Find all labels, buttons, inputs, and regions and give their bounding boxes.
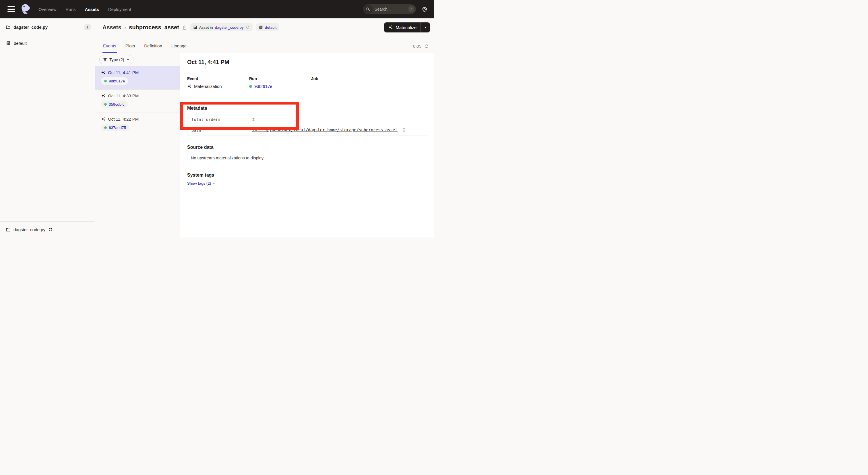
events-filter-row: Type (2) bbox=[95, 53, 180, 66]
run-id: 9dbf617e bbox=[109, 79, 125, 83]
nav-item-runs[interactable]: Runs bbox=[66, 7, 76, 12]
settings-gear-icon[interactable] bbox=[422, 6, 428, 12]
source-data-section: Source data No upstream materializations… bbox=[187, 145, 427, 163]
materialization-sparkle-icon bbox=[187, 84, 192, 89]
breadcrumb-chevron-icon: › bbox=[124, 24, 126, 31]
run-id: 637aed75 bbox=[109, 125, 126, 130]
show-tags-toggle[interactable]: Show tags (2) bbox=[187, 181, 215, 185]
refresh-icon[interactable] bbox=[424, 44, 429, 49]
asset-content: Assets › subprocess_asset bbox=[95, 19, 434, 237]
location-tag-link[interactable]: dagster_code.py bbox=[215, 25, 244, 30]
asset-group-icon bbox=[6, 41, 11, 46]
asset-header-row: Assets › subprocess_asset bbox=[95, 19, 434, 36]
search-box[interactable]: / bbox=[363, 4, 416, 14]
folder-icon bbox=[6, 227, 11, 232]
sidebar-code-location-item[interactable]: dagster_code.py 1 bbox=[0, 19, 95, 36]
copy-asset-name-icon[interactable] bbox=[183, 25, 187, 30]
metadata-table: total_orders 2 path /Users/yuhan/dev/loc… bbox=[187, 114, 427, 136]
run-status-dot bbox=[104, 103, 107, 106]
metadata-row: path /Users/yuhan/dev/local/dagster_home… bbox=[187, 125, 427, 136]
run-status-dot bbox=[104, 80, 107, 82]
asset-tabs: Events Plots Definition Lineage 0:05 bbox=[95, 36, 434, 53]
asset-count-badge: 1 bbox=[84, 24, 91, 30]
materialize-label: Materialize bbox=[396, 25, 416, 30]
nav-item-overview[interactable]: Overview bbox=[38, 7, 57, 12]
materialization-sparkle-icon bbox=[101, 70, 105, 75]
auto-refresh-timer: 0:05 bbox=[413, 43, 429, 49]
system-tags-heading: System tags bbox=[187, 173, 427, 178]
asset-catalog-sidebar: dagster_code.py 1 default bbox=[0, 19, 95, 237]
metadata-key: total_orders bbox=[187, 114, 248, 125]
materialization-sparkle-icon bbox=[101, 117, 105, 121]
search-icon bbox=[363, 4, 373, 14]
tab-plots[interactable]: Plots bbox=[125, 43, 135, 53]
search-input[interactable] bbox=[373, 7, 408, 11]
tab-events[interactable]: Events bbox=[102, 43, 117, 53]
run-status-dot bbox=[104, 126, 107, 129]
event-list-item[interactable]: Oct 11, 4:33 PM 359cdbfc bbox=[95, 90, 180, 113]
sidebar-footer-code-location[interactable]: dagster_code.py bbox=[0, 221, 95, 237]
nav-item-deployment[interactable]: Deployment bbox=[108, 7, 131, 12]
materialization-sparkle-icon bbox=[101, 94, 105, 98]
reload-definitions-icon[interactable] bbox=[246, 25, 250, 29]
asset-grid-icon bbox=[193, 25, 197, 29]
run-column-label: Run bbox=[249, 77, 311, 81]
show-tags-label: Show tags (2) bbox=[187, 181, 211, 185]
primary-nav: Overview Runs Assets Deployment bbox=[38, 7, 131, 12]
event-timestamp[interactable]: Oct 11, 4:22 PM bbox=[108, 117, 138, 121]
event-timestamp[interactable]: Oct 11, 4:33 PM bbox=[108, 93, 138, 98]
job-column-label: Job bbox=[311, 77, 427, 81]
materialize-button[interactable]: Materialize bbox=[384, 22, 421, 32]
dagster-asset-page: Overview Runs Assets Deployment / bbox=[0, 0, 434, 237]
tab-lineage[interactable]: Lineage bbox=[171, 43, 187, 53]
metadata-heading: Metadata bbox=[187, 106, 427, 111]
metadata-value: 2 bbox=[248, 114, 419, 125]
materialize-dropdown-button[interactable] bbox=[421, 22, 430, 32]
menu-icon[interactable] bbox=[7, 6, 15, 12]
type-filter-button[interactable]: Type (2) bbox=[99, 55, 133, 64]
asset-name-title: subprocess_asset bbox=[129, 24, 179, 31]
sidebar-group-default-item[interactable]: default bbox=[0, 41, 95, 46]
search-shortcut-badge: / bbox=[408, 6, 414, 12]
run-id: 359cdbfc bbox=[109, 102, 125, 107]
run-id-link[interactable]: 9dbf617e bbox=[254, 84, 272, 89]
sparkle-icon bbox=[388, 25, 393, 30]
code-location-tag[interactable]: Asset in dagster_code.py bbox=[190, 23, 253, 31]
event-list-item[interactable]: Oct 11, 4:41 PM 9dbf617e bbox=[95, 66, 180, 90]
footer-code-location-label: dagster_code.py bbox=[13, 227, 45, 232]
nav-item-assets[interactable]: Assets bbox=[85, 7, 99, 12]
caret-down-icon bbox=[213, 182, 215, 185]
run-id-pill[interactable]: 9dbf617e bbox=[101, 77, 128, 85]
source-data-heading: Source data bbox=[187, 145, 427, 150]
group-tag[interactable]: default bbox=[256, 23, 280, 31]
reload-location-icon[interactable] bbox=[48, 228, 53, 232]
caret-down-icon bbox=[424, 26, 427, 29]
event-column-label: Event bbox=[187, 77, 249, 81]
materialize-split-button: Materialize bbox=[384, 22, 430, 32]
breadcrumb-assets-link[interactable]: Assets bbox=[102, 24, 121, 31]
run-status-dot bbox=[249, 85, 252, 88]
refresh-countdown: 0:05 bbox=[413, 43, 422, 49]
copy-path-icon[interactable] bbox=[400, 128, 406, 133]
event-type-value: Materialization bbox=[194, 84, 222, 89]
job-value: — bbox=[311, 84, 315, 89]
event-detail-title: Oct 11, 4:41 PM bbox=[187, 59, 229, 65]
dagster-logo-icon[interactable] bbox=[20, 3, 31, 15]
type-filter-label: Type (2) bbox=[110, 57, 124, 62]
top-nav: Overview Runs Assets Deployment / bbox=[0, 0, 434, 19]
metadata-key: path bbox=[187, 125, 248, 136]
group-tag-link[interactable]: default bbox=[265, 25, 277, 30]
source-data-empty-message: No upstream materializations to display. bbox=[187, 153, 427, 163]
metadata-path-link[interactable]: /Users/yuhan/dev/local/dagster_home/stor… bbox=[252, 127, 398, 132]
filter-funnel-icon bbox=[103, 58, 107, 62]
event-summary-grid: Event Materialization bbox=[187, 71, 427, 101]
run-id-pill[interactable]: 359cdbfc bbox=[101, 100, 128, 108]
metadata-value: /Users/yuhan/dev/local/dagster_home/stor… bbox=[248, 125, 419, 136]
tab-definition[interactable]: Definition bbox=[144, 43, 163, 53]
event-detail-panel: Oct 11, 4:41 PM Event bbox=[180, 53, 434, 237]
run-id-pill[interactable]: 637aed75 bbox=[101, 124, 129, 131]
event-list-item[interactable]: Oct 11, 4:22 PM 637aed75 bbox=[95, 113, 180, 136]
folder-icon bbox=[6, 25, 11, 30]
event-timestamp[interactable]: Oct 11, 4:41 PM bbox=[108, 70, 138, 75]
group-grid-icon bbox=[259, 25, 263, 29]
